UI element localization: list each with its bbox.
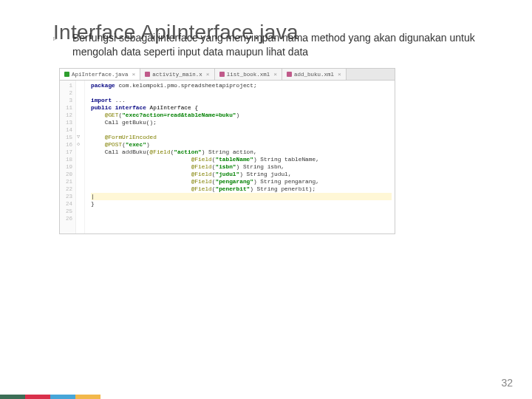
code-editor: ApiInterface.java × activity_main.x × li… <box>59 68 395 234</box>
tab-list-book[interactable]: list_book.xml × <box>215 69 282 80</box>
editor-tab-bar: ApiInterface.java × activity_main.x × li… <box>60 69 395 81</box>
close-icon[interactable]: × <box>206 71 210 78</box>
java-file-icon <box>64 72 69 77</box>
tab-label: ApiInterface.java <box>72 72 129 78</box>
line-number-gutter: 12311121314151617181920212223242526 <box>60 81 76 233</box>
description-text: Berfungsi sebagai interface yang menyimp… <box>72 31 497 59</box>
code-area[interactable]: package com.kelompok1.pmo.spreadsheetapi… <box>85 81 395 233</box>
tab-activity-main[interactable]: activity_main.x × <box>140 69 214 80</box>
xml-file-icon <box>219 72 225 77</box>
close-icon[interactable]: × <box>132 71 136 78</box>
tab-add-buku[interactable]: add_buku.xml × <box>282 69 347 80</box>
xml-file-icon <box>287 72 292 77</box>
marker-gutter: ▽◇ <box>76 81 85 233</box>
page-number: 32 <box>501 377 513 389</box>
tab-label: add_buku.xml <box>294 72 334 78</box>
footer-accent-bars <box>0 395 100 399</box>
description-block: ▹ Berfungsi sebagai interface yang menyi… <box>53 31 497 59</box>
tab-label: activity_main.x <box>152 72 202 78</box>
tab-apiinterface[interactable]: ApiInterface.java × <box>60 69 140 80</box>
xml-file-icon <box>145 72 150 77</box>
tab-label: list_book.xml <box>227 72 270 78</box>
bullet-icon: ▹ <box>53 34 57 42</box>
close-icon[interactable]: × <box>273 71 277 78</box>
close-icon[interactable]: × <box>338 71 341 78</box>
